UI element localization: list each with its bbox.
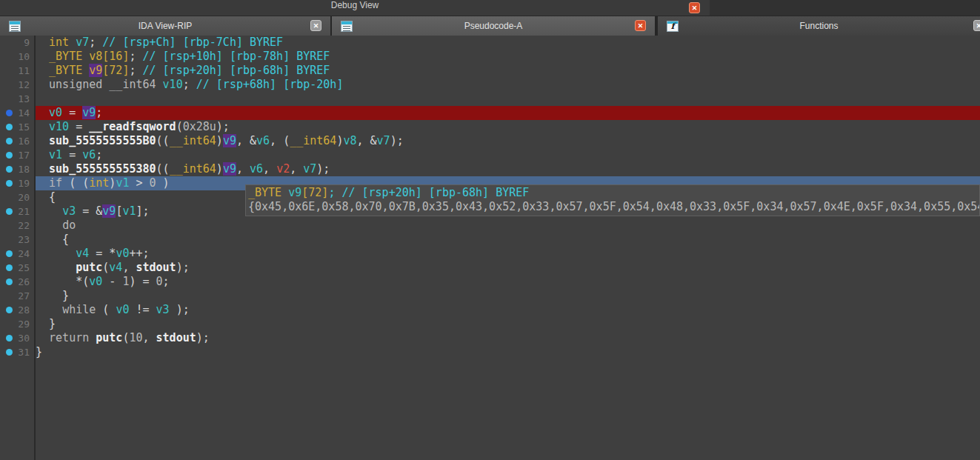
gutter-cell[interactable]: 25 <box>0 261 36 275</box>
panel-caption-functions[interactable]: f Functions ✕ <box>658 16 980 36</box>
line-number: 27 <box>13 289 36 303</box>
gutter-cell[interactable]: 31 <box>0 345 36 359</box>
gutter-cell[interactable]: 18 <box>0 162 36 176</box>
breakpoint-slot[interactable] <box>6 96 13 102</box>
breakpoint-slot[interactable] <box>6 67 13 74</box>
code-text[interactable]: return putc(10, stdout); <box>36 331 980 345</box>
gutter-cell[interactable]: 15 <box>0 120 36 134</box>
breakpoint-slot[interactable] <box>6 53 13 60</box>
pseudocode-listing[interactable]: 9 int v7; // [rsp+Ch] [rbp-7Ch] BYREF10 … <box>0 36 980 460</box>
panel-caption-pseudocode[interactable]: Pseudocode-A ✕ <box>332 16 655 36</box>
gutter-cell[interactable]: 11 <box>0 64 36 78</box>
gutter-cell[interactable]: 22 <box>0 219 36 233</box>
gutter-cell[interactable]: 27 <box>0 289 36 303</box>
breakpoint-dot[interactable] <box>6 307 13 313</box>
code-text[interactable]: { <box>36 233 980 247</box>
close-pseudocode-button[interactable]: ✕ <box>635 20 646 31</box>
gutter-cell[interactable]: 23 <box>0 233 36 247</box>
code-line[interactable]: 9 int v7; // [rsp+Ch] [rbp-7Ch] BYREF <box>0 36 980 50</box>
panel-caption-ida-view[interactable]: IDA View-RIP ✕ <box>0 16 330 36</box>
code-text[interactable]: sub_555555555380((__int64)v9, v6, v2, v7… <box>36 162 980 176</box>
code-line[interactable]: 29 } <box>0 317 980 331</box>
gutter-cell[interactable]: 24 <box>0 247 36 261</box>
gutter-cell[interactable]: 26 <box>0 275 36 289</box>
code-line[interactable]: 30 return putc(10, stdout); <box>0 331 980 345</box>
breakpoint-slot[interactable] <box>6 81 13 88</box>
code-line[interactable]: 15 v10 = __readfsqword(0x28u); <box>0 120 980 134</box>
close-ida-view-button[interactable]: ✕ <box>310 20 321 31</box>
code-text[interactable]: } <box>36 289 980 303</box>
code-line[interactable]: 25 putc(v4, stdout); <box>0 261 980 275</box>
breakpoint-dot[interactable] <box>6 349 13 356</box>
gutter-cell[interactable]: 20 <box>0 190 36 204</box>
breakpoint-dot[interactable] <box>6 152 13 159</box>
gutter-cell[interactable]: 13 <box>0 92 36 106</box>
code-token: v7 <box>76 36 89 49</box>
gutter-cell[interactable]: 17 <box>0 148 36 162</box>
breakpoint-dot[interactable] <box>6 279 13 285</box>
close-functions-button[interactable]: ✕ <box>973 20 980 31</box>
code-text[interactable]: while ( v0 != v3 ); <box>36 303 980 317</box>
code-line[interactable]: 10 _BYTE v8[16]; // [rsp+10h] [rbp-78h] … <box>0 50 980 64</box>
breakpoint-slot[interactable] <box>6 222 13 229</box>
gutter-cell[interactable]: 28 <box>0 303 36 317</box>
code-line[interactable]: 31} <box>0 345 980 359</box>
code-line[interactable]: 12 unsigned __int64 v10; // [rsp+68h] [r… <box>0 78 980 92</box>
breakpoint-dot[interactable] <box>6 180 13 187</box>
gutter-cell[interactable]: 19 <box>0 176 36 190</box>
code-text[interactable]: } <box>36 317 980 331</box>
breakpoint-slot[interactable] <box>6 321 13 327</box>
breakpoint-slot[interactable] <box>6 236 13 243</box>
code-text[interactable]: *(v0 - 1) = 0; <box>36 275 980 289</box>
tab-output-window[interactable] <box>710 0 980 16</box>
code-text[interactable]: _BYTE v9[72]; // [rsp+20h] [rbp-68h] BYR… <box>36 64 980 78</box>
code-line[interactable]: 14 v0 = v9; <box>0 106 980 120</box>
breakpoint-slot[interactable] <box>6 194 13 201</box>
close-debug-view-button[interactable]: ✕ <box>689 2 700 13</box>
code-line[interactable]: 27 } <box>0 289 980 303</box>
gutter-cell[interactable]: 29 <box>0 317 36 331</box>
code-line[interactable]: 26 *(v0 - 1) = 0; <box>0 275 980 289</box>
line-number: 25 <box>13 261 36 275</box>
code-text[interactable]: sub_5555555555B0((__int64)v9, &v6, (__in… <box>36 134 980 148</box>
breakpoint-dot[interactable] <box>6 166 13 173</box>
code-text[interactable]: v0 = v9; <box>36 106 980 120</box>
code-line[interactable]: 16 sub_5555555555B0((__int64)v9, &v6, (_… <box>0 134 980 148</box>
code-line[interactable]: 11 _BYTE v9[72]; // [rsp+20h] [rbp-68h] … <box>0 64 980 78</box>
breakpoint-dot[interactable] <box>6 124 13 130</box>
code-line[interactable]: 17 v1 = v6; <box>0 148 980 162</box>
breakpoint-dot[interactable] <box>6 110 13 116</box>
code-token: v3 <box>156 303 170 316</box>
code-line[interactable]: 18 sub_555555555380((__int64)v9, v6, v2,… <box>0 162 980 176</box>
gutter-cell[interactable]: 16 <box>0 134 36 148</box>
code-text[interactable]: v4 = *v0++; <box>36 247 980 261</box>
code-text[interactable]: do <box>36 219 980 233</box>
breakpoint-dot[interactable] <box>6 138 13 144</box>
code-line[interactable]: 28 while ( v0 != v3 ); <box>0 303 980 317</box>
breakpoint-slot[interactable] <box>6 39 13 46</box>
code-text[interactable]: putc(v4, stdout); <box>36 261 980 275</box>
gutter-cell[interactable]: 21 <box>0 204 36 219</box>
gutter-cell[interactable]: 12 <box>0 78 36 92</box>
breakpoint-dot[interactable] <box>6 208 13 215</box>
gutter-cell[interactable]: 9 <box>0 36 36 50</box>
code-text[interactable]: unsigned __int64 v10; // [rsp+68h] [rbp-… <box>36 78 980 92</box>
code-text[interactable]: v10 = __readfsqword(0x28u); <box>36 120 980 134</box>
code-text[interactable]: v1 = v6; <box>36 148 980 162</box>
breakpoint-dot[interactable] <box>6 335 13 341</box>
breakpoint-dot[interactable] <box>6 250 13 257</box>
code-text[interactable]: int v7; // [rsp+Ch] [rbp-7Ch] BYREF <box>36 36 980 50</box>
code-line[interactable]: 13 <box>0 92 980 106</box>
gutter-cell[interactable]: 14 <box>0 106 36 120</box>
code-line[interactable]: 24 v4 = *v0++; <box>0 247 980 261</box>
breakpoint-slot[interactable] <box>6 293 13 299</box>
code-text[interactable] <box>36 92 980 106</box>
breakpoint-dot[interactable] <box>6 264 13 271</box>
code-text[interactable]: _BYTE v8[16]; // [rsp+10h] [rbp-78h] BYR… <box>36 50 980 64</box>
tab-debug-view[interactable]: Debug View ✕ <box>0 0 710 16</box>
code-text[interactable]: } <box>36 345 980 359</box>
code-line[interactable]: 23 { <box>0 233 980 247</box>
gutter-cell[interactable]: 30 <box>0 331 36 345</box>
gutter-cell[interactable]: 10 <box>0 50 36 64</box>
code-line[interactable]: 22 do <box>0 219 980 233</box>
